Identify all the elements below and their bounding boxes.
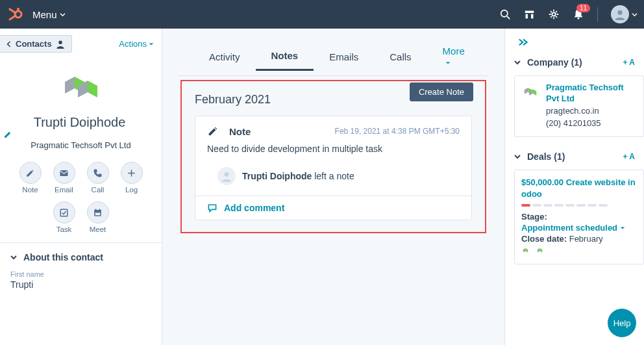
field-label: First name (10, 270, 151, 279)
quick-action-log[interactable]: Log (119, 162, 144, 194)
tab-activity[interactable]: Activity (193, 44, 256, 70)
contact-name-row: Trupti Doiphode (0, 110, 162, 140)
note-edit-icon[interactable] (207, 125, 219, 137)
deal-title-link[interactable]: $50,000.00 Create website in odoo (521, 177, 637, 200)
add-deal-link[interactable]: + A (623, 152, 635, 161)
close-value: February (569, 234, 603, 244)
about-section-header[interactable]: About this contact (0, 242, 162, 268)
tab-more[interactable]: More (427, 38, 480, 75)
task-icon (53, 201, 75, 224)
company-section-title: Company (1) (527, 57, 582, 68)
phone-icon (87, 162, 109, 184)
action-label: Log (125, 186, 138, 194)
deal-card[interactable]: $50,000.00 Create website in odoo Stage:… (514, 170, 644, 264)
note-icon (19, 162, 42, 184)
chevron-down-icon (632, 12, 638, 18)
company-name-link[interactable]: Pragmatic Techsoft Pvt Ltd (546, 83, 637, 105)
first-name-field[interactable]: First name Trupti (0, 268, 162, 296)
svg-marker-16 (88, 81, 97, 97)
progress-segment (532, 204, 541, 207)
expand-sidebar-icon[interactable] (505, 29, 644, 52)
about-title: About this contact (23, 252, 103, 262)
progress-segment (599, 204, 608, 207)
svg-point-0 (15, 11, 21, 18)
note-footer: Add comment (195, 196, 471, 220)
svg-rect-7 (526, 14, 528, 18)
account-menu[interactable] (611, 5, 638, 23)
deals-section-header[interactable]: Deals (1) + A (505, 146, 644, 167)
quick-action-call[interactable]: Call (86, 162, 110, 194)
company-card[interactable]: Pragmatic Techsoft Pvt Ltd pragtech.co.i… (514, 75, 644, 137)
tab-calls[interactable]: Calls (374, 44, 427, 70)
help-button[interactable]: Help (608, 309, 636, 337)
note-title: Note (229, 126, 251, 137)
svg-point-11 (617, 10, 622, 15)
quick-action-email[interactable]: Email (52, 162, 77, 194)
svg-marker-27 (525, 88, 528, 94)
company-section-header[interactable]: Company (1) + A (505, 52, 644, 73)
svg-point-12 (58, 40, 62, 44)
add-company-link[interactable]: + A (623, 58, 635, 67)
plus-icon (121, 162, 143, 184)
more-label: More (443, 45, 465, 57)
author-avatar-icon (217, 167, 236, 185)
tab-emails[interactable]: Emails (314, 44, 374, 70)
note-body-text: Need to divide development in multiple t… (207, 144, 460, 154)
svg-rect-20 (60, 209, 68, 216)
search-icon[interactable] (500, 9, 511, 20)
note-timestamp: Feb 19, 2021 at 4:38 PM GMT+5:30 (335, 127, 460, 136)
notifications-icon[interactable]: 11 (573, 8, 584, 20)
notification-count-badge: 11 (576, 4, 590, 12)
svg-line-5 (507, 16, 510, 19)
menu-dropdown[interactable]: Menu (32, 9, 66, 20)
settings-gear-icon[interactable] (548, 8, 560, 20)
svg-line-1 (10, 9, 16, 13)
svg-point-4 (501, 10, 508, 16)
divider (597, 7, 598, 21)
topbar-right: 11 (500, 5, 638, 23)
company-phone: (20) 41201035 (546, 117, 637, 130)
svg-rect-25 (95, 212, 101, 215)
marketplace-icon[interactable] (524, 9, 535, 20)
close-label: Close date: (521, 234, 567, 244)
field-value: Trupti (10, 279, 151, 290)
note-author-text: Trupti Doiphode left a note (242, 171, 354, 181)
action-label: Note (22, 186, 38, 194)
hubspot-logo-icon[interactable] (6, 6, 23, 23)
chevron-down-icon (514, 59, 521, 66)
calendar-icon (87, 201, 109, 224)
quick-action-meet[interactable]: Meet (86, 201, 110, 233)
caret-down-icon (149, 42, 154, 47)
tab-notes[interactable]: Notes (256, 42, 314, 71)
svg-rect-6 (525, 10, 534, 12)
note-card[interactable]: Note Feb 19, 2021 at 4:38 PM GMT+5:30 Ne… (195, 116, 472, 220)
stage-label: Stage: (521, 212, 547, 222)
caret-down-icon (620, 225, 625, 231)
back-to-contacts-button[interactable]: Contacts (0, 35, 72, 53)
add-comment-link[interactable]: Add comment (224, 203, 284, 213)
create-note-button[interactable]: Create Note (410, 83, 473, 101)
action-label: Call (92, 186, 105, 194)
deal-stage-row: Stage: (521, 212, 637, 222)
menu-label: Menu (32, 9, 57, 20)
quick-action-note[interactable]: Note (18, 162, 43, 194)
svg-marker-30 (533, 89, 537, 96)
company-logo-icon (521, 83, 539, 101)
quick-action-task[interactable]: Task (52, 201, 77, 233)
caret-down-icon (445, 60, 451, 66)
center-panel: Activity Notes Emails Calls More Create … (162, 29, 504, 345)
action-label: Task (56, 225, 72, 233)
svg-rect-17 (60, 170, 68, 176)
contact-name: Trupti Doiphode (34, 115, 126, 129)
actions-dropdown[interactable]: Actions (119, 39, 154, 49)
company-domain: pragtech.co.in (546, 105, 637, 118)
left-header: Contacts Actions (0, 29, 162, 59)
email-icon (53, 162, 75, 184)
author-action: left a note (312, 171, 354, 181)
deal-stage-value[interactable]: Appointment scheduled (521, 223, 637, 233)
highlighted-month-block: February 2021 Note Feb 19, 2021 at 4:38 … (180, 80, 486, 233)
company-logo-icon (56, 67, 106, 107)
top-nav-bar: Menu 11 (0, 0, 644, 29)
svg-point-9 (552, 12, 555, 16)
edit-name-icon[interactable] (3, 130, 158, 139)
